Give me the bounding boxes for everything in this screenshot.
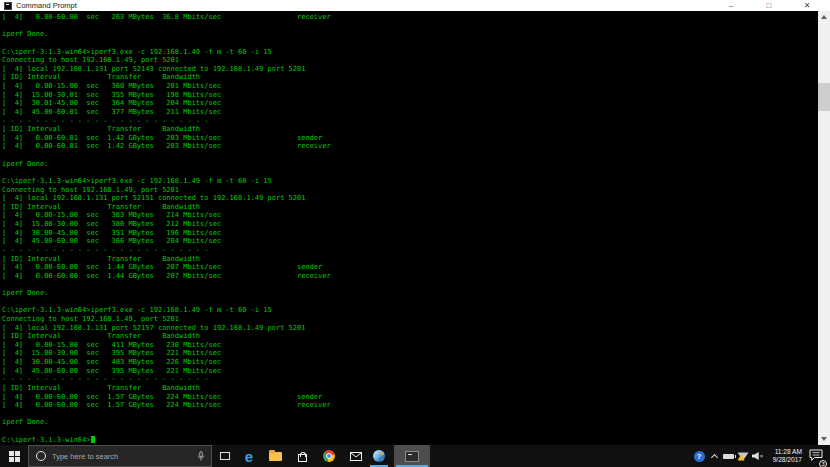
show-hidden-icons-button[interactable]	[708, 445, 721, 467]
tray-battery-button[interactable]	[721, 445, 736, 467]
start-button[interactable]	[0, 445, 28, 467]
scroll-down-arrow-icon[interactable]	[821, 437, 827, 441]
microphone-icon[interactable]	[197, 451, 205, 462]
taskbar-chrome-button[interactable]	[318, 445, 340, 467]
action-center-icon: 3	[809, 447, 823, 465]
clock-time: 11:28 AM	[762, 448, 802, 456]
clock-date: 9/28/2017	[762, 456, 802, 464]
close-button[interactable]: ✕	[788, 0, 826, 11]
mail-icon	[350, 452, 362, 461]
minimize-button[interactable]: –	[712, 0, 750, 11]
maximize-button[interactable]: □	[750, 0, 788, 11]
terminal-output[interactable]: [ 4] 0.00-60.00 sec 263 MBytes 36.8 Mbit…	[0, 11, 818, 445]
tray-help-button[interactable]: ?	[692, 445, 706, 467]
taskbar-mail-button[interactable]	[345, 445, 367, 467]
edge-icon: e	[245, 449, 253, 464]
scrollbar-thumb[interactable]	[818, 83, 830, 111]
battery-icon	[723, 454, 734, 459]
terminal-cursor	[91, 436, 95, 443]
chevron-up-icon	[711, 453, 718, 460]
desktop-screen: Command Prompt – □ ✕ [ 4] 0.00-60.00 sec…	[0, 0, 830, 467]
window-title: Command Prompt	[16, 1, 77, 10]
window-titlebar[interactable]: Command Prompt – □ ✕	[0, 0, 830, 11]
help-icon: ?	[694, 451, 705, 462]
volume-muted-icon	[752, 452, 759, 460]
command-prompt-icon	[405, 451, 419, 462]
tray-clock[interactable]: 11:28 AM 9/28/2017	[762, 445, 802, 467]
terminal-scrollbar[interactable]	[818, 11, 830, 445]
scroll-up-arrow-icon[interactable]	[821, 15, 827, 19]
network-warning-icon	[738, 452, 749, 461]
chrome-icon	[323, 450, 335, 462]
cmd-window-icon	[4, 2, 12, 10]
search-input[interactable]	[52, 452, 191, 461]
terminal-prompt: C:\iperf-3.1.3-win64>	[2, 436, 91, 444]
taskbar-file-explorer-button[interactable]	[264, 445, 286, 467]
action-center-button[interactable]: 3	[804, 445, 828, 467]
taskbar: e ?	[0, 445, 830, 467]
task-view-button[interactable]	[214, 445, 236, 467]
taskbar-store-button[interactable]	[291, 445, 313, 467]
taskbar-search[interactable]	[28, 445, 212, 467]
taskbar-planet-app-button[interactable]	[368, 445, 390, 467]
store-icon	[298, 454, 307, 462]
task-view-icon	[220, 452, 230, 460]
taskbar-edge-button[interactable]: e	[238, 445, 260, 467]
tray-network-button[interactable]	[736, 445, 750, 467]
taskbar-command-prompt-button[interactable]	[394, 445, 430, 467]
notification-badge: 3	[819, 460, 827, 467]
terminal-text: [ 4] 0.00-60.00 sec 263 MBytes 36.8 Mbit…	[0, 11, 818, 444]
planet-app-icon	[373, 450, 385, 462]
file-explorer-icon	[269, 452, 282, 461]
windows-logo-icon	[9, 451, 20, 462]
cortana-icon	[36, 451, 46, 461]
window-controls: – □ ✕	[712, 0, 826, 11]
